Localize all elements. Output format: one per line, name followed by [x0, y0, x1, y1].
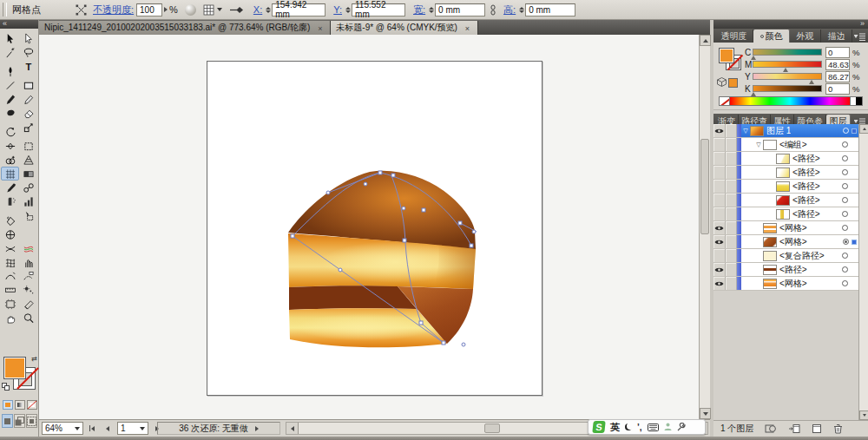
lock-toggle[interactable] — [726, 124, 737, 137]
rectangle-tool[interactable] — [19, 78, 37, 92]
layer-row-main[interactable]: <复合路径> — [741, 249, 858, 262]
layer-thumbnail[interactable] — [776, 195, 790, 206]
lock-toggle[interactable] — [726, 235, 737, 248]
tab-color[interactable]: 颜色 — [753, 30, 790, 43]
x-spinner[interactable] — [266, 7, 271, 13]
target-circle-icon[interactable] — [843, 239, 849, 245]
channel-slider[interactable] — [753, 61, 822, 68]
layer-thumbnail[interactable] — [763, 279, 777, 289]
draw-behind-button[interactable] — [14, 414, 25, 428]
layer-row-2[interactable]: <路径> — [713, 152, 858, 166]
delete-layer-trash-icon[interactable] — [833, 424, 843, 434]
layer-thumbnail[interactable] — [763, 265, 777, 275]
target-circle-icon[interactable] — [842, 169, 848, 175]
lock-toggle[interactable] — [726, 180, 737, 193]
spectrum-white-black[interactable] — [850, 97, 862, 105]
visibility-toggle[interactable] — [713, 235, 726, 248]
style-sphere-icon[interactable] — [185, 4, 196, 16]
measure-tool[interactable] — [1, 283, 19, 297]
artboard-tool[interactable] — [1, 297, 19, 311]
vertical-scrollbar[interactable] — [699, 35, 710, 419]
layer-thumbnail[interactable] — [776, 154, 790, 164]
layer-thumbnail[interactable] — [763, 237, 777, 247]
default-fill-stroke-icon[interactable] — [2, 383, 10, 391]
ime-language-toggle[interactable]: 英 — [610, 421, 620, 434]
pencil-tool[interactable] — [19, 92, 37, 106]
blob-brush-tool[interactable] — [1, 106, 19, 120]
cake-filling[interactable] — [289, 286, 417, 310]
channel-value-input[interactable]: 0 — [825, 47, 850, 58]
warp-tool[interactable] — [1, 241, 19, 255]
layer-row-6[interactable]: <路径> — [713, 207, 858, 221]
symbol-sprayer-tool[interactable] — [1, 194, 19, 208]
channel-value-input[interactable]: 48.63 — [825, 59, 850, 70]
canvas-area[interactable] — [39, 35, 699, 419]
web-color-cube-icon[interactable] — [717, 77, 727, 89]
dock-collapse[interactable]: » — [713, 20, 868, 29]
document-tab-1-close-icon[interactable]: × — [315, 23, 325, 33]
scroll-left-button[interactable] — [286, 423, 299, 434]
paintbrush-tool[interactable] — [1, 92, 19, 106]
fill-proxy[interactable] — [3, 357, 26, 379]
free-transform-tool[interactable] — [19, 139, 37, 153]
visibility-toggle[interactable] — [713, 221, 726, 234]
layer-row-main[interactable]: ▽<编组> — [741, 138, 858, 151]
lock-toggle[interactable] — [726, 194, 737, 207]
lock-toggle[interactable] — [726, 207, 737, 220]
spectrum-hue-ramp[interactable] — [730, 97, 850, 105]
target-circle-icon[interactable] — [842, 211, 848, 217]
blend-tool[interactable] — [19, 181, 37, 194]
pen-tool[interactable] — [1, 64, 19, 78]
color-button[interactable] — [3, 400, 13, 410]
lock-toggle[interactable] — [726, 277, 737, 290]
panel-menu-icon[interactable] — [854, 32, 866, 43]
new-layer-icon[interactable] — [812, 424, 822, 434]
live-paint-bucket-tool[interactable] — [1, 213, 19, 227]
link-constrain-icon[interactable] — [489, 4, 497, 16]
target-circle-icon[interactable] — [842, 141, 848, 148]
ime-keyboard-icon[interactable] — [648, 424, 659, 431]
visibility-toggle[interactable] — [713, 207, 726, 220]
y-link[interactable]: Y: — [333, 4, 342, 15]
document-tab-2-close-icon[interactable]: × — [463, 23, 472, 33]
layer-row-main[interactable]: <路径> — [741, 207, 858, 220]
layer-row-4[interactable]: <路径> — [713, 180, 858, 194]
channel-value-input[interactable]: 86.27 — [825, 71, 850, 82]
ime-punctuation-icon[interactable]: ’, — [637, 423, 642, 432]
channel-slider[interactable] — [753, 85, 822, 92]
lock-toggle[interactable] — [726, 249, 737, 262]
channel-value-input[interactable]: 0 — [825, 83, 850, 95]
scroll-up-button[interactable] — [700, 35, 711, 46]
tab-transparency[interactable]: 透明度 — [715, 30, 753, 43]
opacity-dropdown-icon[interactable] — [164, 7, 168, 12]
make-clipping-mask-icon[interactable] — [765, 424, 777, 434]
smooth-tool[interactable] — [1, 269, 19, 283]
sogou-logo-icon[interactable]: S — [592, 421, 605, 433]
undo-status[interactable]: 36 次还原: 无重做 — [157, 422, 280, 435]
x-input[interactable]: 154.942 mm — [272, 3, 326, 16]
anchor-corner-icon[interactable] — [76, 4, 87, 16]
color-fill-proxy[interactable] — [719, 48, 734, 63]
envelope-mesh-tool[interactable] — [1, 255, 19, 269]
none-button[interactable] — [27, 400, 37, 410]
lock-toggle[interactable] — [726, 221, 737, 234]
target-circle-icon[interactable] — [842, 253, 848, 259]
layer-row-9[interactable]: <复合路径> — [713, 249, 858, 263]
layer-row-main[interactable]: <网格> — [741, 277, 858, 290]
first-page-button[interactable] — [85, 422, 99, 435]
layer-thumbnail[interactable] — [776, 209, 790, 220]
channel-slider[interactable] — [753, 73, 822, 80]
x-link[interactable]: X: — [253, 4, 262, 15]
rotate-tool[interactable] — [1, 125, 19, 139]
tab-stroke[interactable]: 描边 — [821, 30, 852, 43]
perspective-grid-tool[interactable] — [19, 153, 37, 167]
visibility-toggle[interactable] — [713, 249, 726, 262]
lock-toggle[interactable] — [726, 138, 737, 151]
gradient-tool[interactable] — [19, 167, 37, 181]
width-spinner[interactable] — [429, 7, 434, 13]
layer-row-7[interactable]: <网格> — [713, 221, 858, 235]
shear-tool[interactable] — [19, 255, 37, 269]
options-bar-grip[interactable] — [3, 3, 7, 16]
layer-row-1[interactable]: ▽<编组> — [713, 138, 858, 152]
direct-selection-tool[interactable] — [19, 31, 37, 45]
